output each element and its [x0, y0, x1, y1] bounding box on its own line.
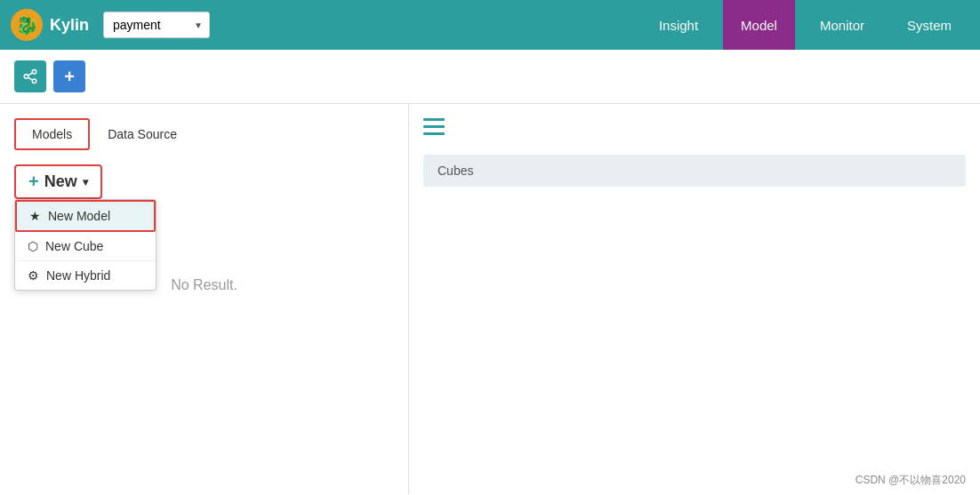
tab-models[interactable]: Models — [14, 118, 90, 150]
new-cube-label: New Cube — [45, 239, 103, 253]
app-logo: 🐉 Kylin — [11, 9, 89, 41]
svg-point-0 — [32, 70, 36, 75]
add-button[interactable]: + — [53, 60, 85, 92]
main-content: Models Data Source + New ▾ ★ New Model ⬡… — [0, 104, 980, 494]
project-selector[interactable]: payment — [103, 12, 210, 38]
svg-rect-6 — [423, 125, 445, 128]
right-panel: Cubes — [409, 104, 980, 494]
cubes-label: Cubes — [438, 164, 473, 178]
add-icon: + — [64, 67, 75, 87]
dropdown-item-new-cube[interactable]: ⬡ New Cube — [15, 232, 156, 261]
footer-credit: CSDN @不以物喜2020 — [855, 473, 966, 488]
nav-tab-insight[interactable]: Insight — [641, 0, 716, 50]
logo-icon: 🐉 — [11, 9, 43, 41]
left-panel: Models Data Source + New ▾ ★ New Model ⬡… — [0, 104, 409, 494]
new-button[interactable]: + New ▾ — [14, 164, 102, 199]
project-dropdown[interactable]: payment — [103, 12, 210, 38]
dropdown-item-new-hybrid[interactable]: ⚙ New Hybrid — [15, 261, 156, 290]
share-button[interactable] — [14, 60, 46, 92]
dropdown-item-new-model[interactable]: ★ New Model — [15, 200, 156, 232]
new-button-label: New — [44, 172, 77, 191]
star-icon: ★ — [29, 209, 41, 223]
new-plus-icon: + — [28, 172, 39, 192]
toolbar: + — [0, 50, 980, 104]
nav-tab-system[interactable]: System — [889, 0, 969, 50]
svg-point-1 — [24, 75, 28, 79]
new-dropdown-container: + New ▾ ★ New Model ⬡ New Cube ⚙ New Hyb… — [14, 164, 102, 199]
hybrid-icon: ⚙ — [28, 268, 39, 283]
nav-tab-model[interactable]: Model — [723, 0, 795, 50]
nav-tab-monitor[interactable]: Monitor — [802, 0, 882, 50]
cube-icon: ⬡ — [28, 239, 38, 253]
new-hybrid-label: New Hybrid — [46, 268, 110, 283]
tab-row: Models Data Source — [14, 118, 394, 150]
svg-line-3 — [28, 77, 32, 80]
svg-point-2 — [32, 79, 36, 84]
svg-rect-5 — [423, 118, 445, 121]
tab-data-source[interactable]: Data Source — [90, 118, 195, 150]
cubes-header: Cubes — [423, 155, 966, 187]
new-model-label: New Model — [48, 209, 110, 223]
new-dropdown-menu: ★ New Model ⬡ New Cube ⚙ New Hybrid — [14, 199, 157, 291]
hamburger-icon[interactable] — [423, 118, 966, 140]
svg-rect-7 — [423, 132, 445, 135]
navbar: 🐉 Kylin payment Insight Model Monitor Sy… — [0, 0, 980, 50]
app-name: Kylin — [50, 16, 89, 35]
svg-line-4 — [28, 73, 32, 76]
new-button-caret: ▾ — [83, 176, 88, 188]
